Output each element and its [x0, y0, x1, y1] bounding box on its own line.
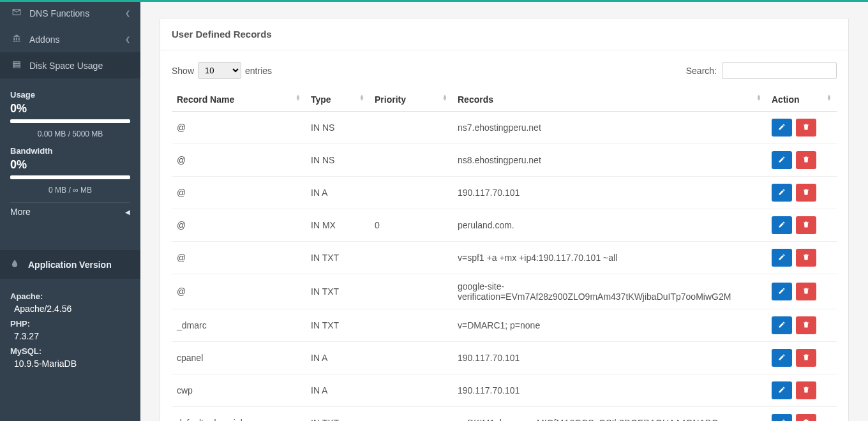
- edit-button[interactable]: [772, 249, 792, 267]
- cell-priority: [370, 144, 453, 177]
- search-input[interactable]: [722, 62, 837, 79]
- delete-button[interactable]: [796, 119, 816, 137]
- cell-priority: [370, 309, 453, 342]
- edit-button[interactable]: [772, 283, 792, 300]
- col-header-records[interactable]: Records ▲▼: [453, 88, 767, 112]
- table-row: default._domainkeyIN TXTv=DKIM1; k=rsa; …: [172, 407, 837, 422]
- edit-button[interactable]: [772, 216, 792, 234]
- cell-priority: [370, 374, 453, 407]
- edit-button[interactable]: [772, 151, 792, 169]
- trash-icon: [802, 353, 810, 363]
- delete-button[interactable]: [796, 283, 816, 300]
- droplet-icon: [10, 259, 23, 270]
- cell-name: @: [172, 209, 306, 242]
- cell-type: IN NS: [306, 144, 370, 177]
- chevron-left-icon: ❮: [125, 10, 130, 17]
- table-row: @IN A190.117.70.101: [172, 177, 837, 209]
- envelope-icon: [10, 8, 23, 18]
- table-row: @IN MX0peruland.com.: [172, 209, 837, 242]
- sidebar-item-dns-functions[interactable]: DNS Functions❮: [0, 0, 140, 26]
- edit-button[interactable]: [772, 316, 792, 334]
- col-header-name-label: Record Name: [177, 94, 234, 105]
- cell-action: [767, 112, 837, 144]
- cell-records: v=DMARC1; p=none: [453, 309, 767, 342]
- cell-type: IN A: [306, 342, 370, 374]
- cell-type: IN A: [306, 177, 370, 209]
- cell-name: default._domainkey: [172, 407, 306, 422]
- sidebar-item-label: DNS Functions: [29, 8, 89, 18]
- sort-icon: ▲▼: [296, 94, 301, 101]
- sidebar-item-label: Addons: [29, 34, 59, 45]
- delete-button[interactable]: [796, 414, 816, 421]
- main-content: User Defined Records Show 10 entries Sea…: [140, 0, 868, 421]
- col-header-type[interactable]: Type ▲▼: [306, 88, 370, 112]
- edit-button[interactable]: [772, 119, 792, 137]
- trash-icon: [802, 287, 810, 297]
- cell-records: ns7.ehostingperu.net: [453, 112, 767, 144]
- cell-records: ns8.ehostingperu.net: [453, 144, 767, 177]
- apache-label: Apache:: [10, 292, 130, 301]
- delete-button[interactable]: [796, 349, 816, 367]
- chevron-left-icon: ❮: [125, 36, 130, 43]
- cell-priority: [370, 112, 453, 144]
- col-header-action-label: Action: [772, 94, 800, 105]
- disk-icon: [10, 60, 23, 71]
- edit-button[interactable]: [772, 349, 792, 367]
- table-row: cwpIN A190.117.70.101: [172, 374, 837, 407]
- col-header-records-label: Records: [458, 94, 493, 105]
- cell-type: IN NS: [306, 112, 370, 144]
- table-row: @IN TXTgoogle-site-verification=EVm7Af28…: [172, 274, 837, 309]
- length-select[interactable]: 10: [198, 62, 241, 79]
- table-row: @IN TXTv=spf1 +a +mx +ip4:190.117.70.101…: [172, 242, 837, 274]
- cell-action: [767, 177, 837, 209]
- cell-name: @: [172, 112, 306, 144]
- trash-icon: [802, 123, 810, 133]
- sidebar-item-addons[interactable]: Addons❮: [0, 26, 140, 52]
- show-suffix: entries: [245, 66, 272, 76]
- sort-icon: ▲▼: [359, 94, 364, 101]
- show-prefix: Show: [172, 66, 194, 76]
- edit-button[interactable]: [772, 381, 792, 399]
- cell-name: _dmarc: [172, 309, 306, 342]
- cell-name: cwp: [172, 374, 306, 407]
- edit-icon: [778, 221, 786, 230]
- delete-button[interactable]: [796, 216, 816, 234]
- svg-point-0: [14, 63, 15, 63]
- bandwidth-value: 0%: [10, 158, 130, 172]
- col-header-priority-label: Priority: [375, 94, 406, 105]
- sidebar-item-disk-space-usage[interactable]: Disk Space Usage: [0, 52, 140, 78]
- more-label: More: [10, 207, 31, 217]
- cell-name: cpanel: [172, 342, 306, 374]
- table-row: @IN NSns7.ehostingperu.net: [172, 112, 837, 144]
- sidebar: DNS Functions❮Addons❮Disk Space Usage Us…: [0, 0, 140, 421]
- delete-button[interactable]: [796, 381, 816, 399]
- records-card: User Defined Records Show 10 entries Sea…: [160, 18, 849, 421]
- cell-records: v=spf1 +a +mx +ip4:190.117.70.101 ~all: [453, 242, 767, 274]
- cell-type: IN TXT: [306, 309, 370, 342]
- edit-button[interactable]: [772, 184, 792, 202]
- col-header-priority[interactable]: Priority ▲▼: [370, 88, 453, 112]
- usage-panel: Usage 0% 0.00 MB / 5000 MB Bandwidth 0% …: [0, 78, 140, 232]
- cell-action: [767, 274, 837, 309]
- edit-button[interactable]: [772, 414, 792, 421]
- cell-records: 190.117.70.101: [453, 342, 767, 374]
- cell-action: [767, 342, 837, 374]
- delete-button[interactable]: [796, 249, 816, 267]
- col-header-name[interactable]: Record Name ▲▼: [172, 88, 306, 112]
- more-toggle[interactable]: More ◀: [10, 202, 130, 221]
- col-header-action[interactable]: Action ▲▼: [767, 88, 837, 112]
- cell-priority: [370, 342, 453, 374]
- col-header-type-label: Type: [311, 94, 331, 105]
- bandwidth-sub: 0 MB / ∞ MB: [10, 186, 130, 195]
- delete-button[interactable]: [796, 184, 816, 202]
- trash-icon: [802, 221, 810, 230]
- trash-icon: [802, 188, 810, 198]
- delete-button[interactable]: [796, 151, 816, 169]
- cell-records: google-site-verification=EVm7Af28z900ZLO…: [453, 274, 767, 309]
- cell-priority: [370, 242, 453, 274]
- cell-action: [767, 209, 837, 242]
- trash-icon: [802, 253, 810, 263]
- table-row: cpanelIN A190.117.70.101: [172, 342, 837, 374]
- edit-icon: [778, 418, 786, 422]
- delete-button[interactable]: [796, 316, 816, 334]
